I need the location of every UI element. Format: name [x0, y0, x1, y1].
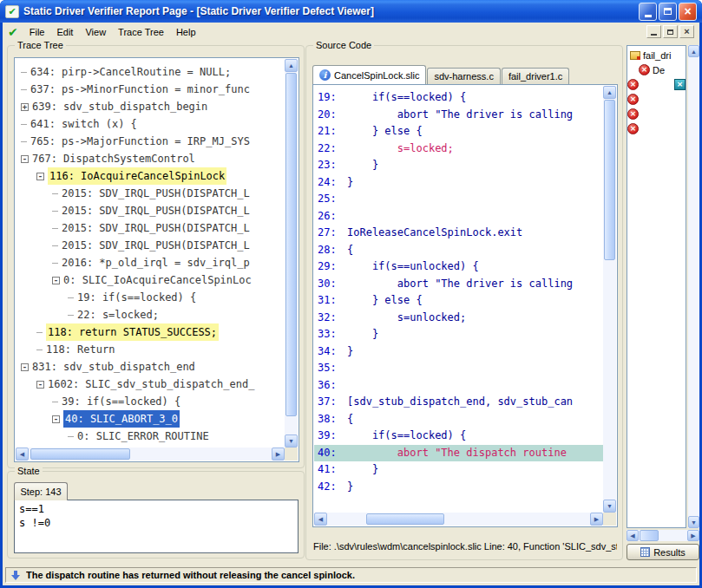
trace-tree-item[interactable]: 641: switch (x) {: [16, 115, 285, 133]
source-tab-fail-driver1-c[interactable]: fail_driver1.c: [502, 68, 569, 84]
minus-expander-icon[interactable]: -: [36, 173, 44, 180]
source-line[interactable]: 37:[sdv_stub_dispatch_end, sdv_stub_can: [314, 394, 603, 411]
trace-tree-item[interactable]: -831: sdv_stub_dispatch_end: [16, 358, 285, 376]
trace-tree-item[interactable]: -40: SLIC_ABORT_3_0: [16, 410, 285, 428]
source-line[interactable]: 28:{: [314, 242, 603, 259]
defects-horizontal-scrollbar[interactable]: ◀ ▶: [627, 530, 699, 541]
source-line[interactable]: 20: abort "The driver is calling: [314, 107, 603, 124]
trace-tree-horizontal-scrollbar[interactable]: ◀ ▶: [16, 448, 285, 461]
trace-tree-item[interactable]: 39: if(s==locked) {: [16, 393, 285, 410]
trace-tree-item[interactable]: 2015: SDV_IRQL_PUSH(DISPATCH_L: [16, 185, 285, 202]
source-line[interactable]: 25:: [314, 191, 603, 208]
source-line[interactable]: 42:}: [314, 479, 603, 496]
minus-expander-icon[interactable]: -: [52, 415, 60, 423]
scroll-down-icon[interactable]: ▼: [603, 500, 616, 513]
trace-tree-item[interactable]: 118: Return: [16, 341, 285, 358]
defects-vertical-scrollbar[interactable]: ▲ ▼: [688, 45, 699, 528]
menu-item-view[interactable]: View: [79, 24, 112, 40]
trace-tree-vertical-scrollbar[interactable]: ▲ ▼: [285, 59, 298, 448]
trace-tree-item[interactable]: -0: SLIC_IoAcquireCancelSpinLoc: [16, 271, 285, 289]
menu-item-help[interactable]: Help: [170, 24, 202, 40]
state-step-tab[interactable]: Step: 143: [14, 482, 68, 500]
trace-tree-item[interactable]: 2015: SDV_IRQL_PUSH(DISPATCH_L: [16, 202, 285, 219]
minus-expander-icon[interactable]: -: [21, 363, 29, 371]
trace-tree-item[interactable]: 2016: *p_old_irql = sdv_irql_p: [16, 254, 285, 271]
scroll-thumb[interactable]: [285, 73, 297, 416]
source-line[interactable]: 40: abort "The dispatch routine: [314, 445, 603, 462]
trace-tree-item[interactable]: 2015: SDV_IRQL_PUSH(DISPATCH_L: [16, 219, 285, 237]
scroll-right-icon[interactable]: ▶: [272, 448, 285, 461]
source-line[interactable]: 36:: [314, 377, 603, 395]
minus-expander-icon[interactable]: -: [36, 381, 44, 389]
trace-tree-item[interactable]: 118: return STATUS_SUCCESS;: [16, 323, 285, 341]
trace-tree-item[interactable]: 22: s=locked;: [16, 306, 285, 323]
source-line[interactable]: 31: } else {: [314, 292, 603, 310]
scroll-right-icon[interactable]: ▶: [590, 513, 603, 526]
trace-tree-item[interactable]: 0: SLIC_ERROR_ROUTINE: [16, 428, 285, 445]
source-line[interactable]: 23: }: [314, 157, 603, 174]
minus-expander-icon[interactable]: -: [21, 155, 29, 163]
source-line[interactable]: 29: if(s==unlocked) {: [314, 258, 603, 276]
source-code-view[interactable]: 19: if(s==locked) {20: abort "The driver…: [312, 84, 618, 527]
source-line[interactable]: 22: s=locked;: [314, 140, 603, 158]
mdi-restore-button[interactable]: [663, 25, 678, 38]
trace-tree-item[interactable]: +639: sdv_stub_dispatch_begin: [16, 98, 285, 115]
scroll-right-icon[interactable]: ▶: [687, 530, 699, 541]
scroll-thumb[interactable]: [604, 100, 615, 260]
source-line[interactable]: 24:}: [314, 174, 603, 192]
trace-tree-item[interactable]: 634: pirp->CancelRoutine = NULL;: [16, 63, 285, 81]
trace-tree-item[interactable]: -767: DispatchSystemControl: [16, 150, 285, 167]
close-button[interactable]: ×: [679, 3, 697, 21]
results-button[interactable]: Results: [627, 544, 699, 560]
scroll-down-icon[interactable]: ▼: [285, 434, 298, 448]
trace-tree-item[interactable]: -116: IoAcquireCancelSpinLock: [16, 167, 285, 185]
source-line[interactable]: 41: }: [314, 461, 603, 479]
trace-tree-item[interactable]: 19: if(s==locked) {: [16, 289, 285, 306]
scroll-down-icon[interactable]: ▼: [688, 516, 699, 528]
menu-item-edit[interactable]: Edit: [50, 24, 79, 40]
source-line[interactable]: 35:: [314, 360, 603, 377]
trace-tree-view[interactable]: 634: pirp->CancelRoutine = NULL;637: ps-…: [14, 57, 299, 462]
defects-panel[interactable]: fail_dri×De×××××: [627, 45, 686, 528]
source-vertical-scrollbar[interactable]: ▲ ▼: [603, 86, 616, 513]
trace-tree-item[interactable]: -1602: SLIC_sdv_stub_dispatch_end_: [16, 376, 285, 393]
defect-item[interactable]: ×: [627, 107, 686, 121]
source-line[interactable]: 38:{: [314, 411, 603, 428]
minus-expander-icon[interactable]: -: [52, 277, 60, 284]
menu-item-file[interactable]: File: [23, 24, 51, 40]
source-line[interactable]: 26:: [314, 208, 603, 225]
source-line[interactable]: 27:IoReleaseCancelSpinLock.exit: [314, 225, 603, 242]
scroll-thumb[interactable]: [366, 513, 444, 525]
scroll-up-icon[interactable]: ▲: [603, 86, 616, 99]
menu-item-trace-tree[interactable]: Trace Tree: [112, 24, 170, 40]
mdi-minimize-button[interactable]: [646, 25, 661, 38]
maximize-button[interactable]: [659, 3, 677, 21]
source-line[interactable]: 30: abort "The driver is calling: [314, 276, 603, 293]
source-line[interactable]: 32: s=unlocked;: [314, 310, 603, 327]
trace-tree-item[interactable]: 637: ps->MinorFunction = minor_func: [16, 81, 285, 98]
plus-expander-icon[interactable]: +: [21, 103, 29, 111]
trace-tree-item[interactable]: 2015: SDV_IRQL_PUSH(DISPATCH_L: [16, 237, 285, 254]
mdi-close-button[interactable]: ×: [679, 25, 694, 38]
scroll-left-icon[interactable]: ◀: [627, 530, 639, 541]
source-line[interactable]: 21: } else {: [314, 123, 603, 140]
trace-tree-item[interactable]: 765: ps->MajorFunction = IRP_MJ_SYS: [16, 133, 285, 150]
defect-item[interactable]: fail_dri: [627, 48, 686, 62]
defect-item[interactable]: ×De: [627, 62, 686, 77]
scroll-thumb[interactable]: [30, 448, 130, 460]
source-tab-sdv-harness-c[interactable]: sdv-harness.c: [427, 68, 500, 84]
source-line[interactable]: 34:}: [314, 343, 603, 361]
source-line[interactable]: 39: if(s==locked) {: [314, 428, 603, 445]
minimize-button[interactable]: [639, 3, 657, 21]
source-tab-cancelspinlock-slic[interactable]: iCancelSpinLock.slic: [312, 65, 426, 84]
source-horizontal-scrollbar[interactable]: ◀ ▶: [314, 513, 603, 526]
scroll-left-icon[interactable]: ◀: [16, 448, 29, 461]
scroll-up-icon[interactable]: ▲: [688, 45, 699, 57]
defect-item[interactable]: ×: [627, 92, 686, 107]
scroll-left-icon[interactable]: ◀: [314, 513, 327, 526]
defect-item[interactable]: ×: [627, 121, 686, 136]
source-line[interactable]: 33: }: [314, 326, 603, 343]
title-bar[interactable]: ✔ Static Driver Verifier Report Page - […: [0, 0, 702, 23]
source-line[interactable]: 19: if(s==locked) {: [314, 89, 603, 107]
defect-item[interactable]: ××: [627, 77, 686, 92]
